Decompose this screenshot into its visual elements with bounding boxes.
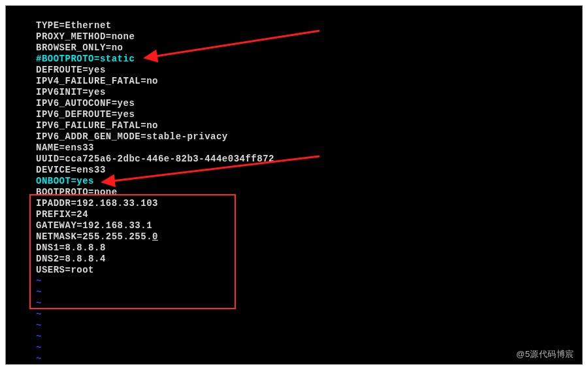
terminal-line: IPV4_FAILURE_FATAL=no bbox=[36, 76, 582, 87]
terminal-line: IPV6INIT=yes bbox=[36, 87, 582, 98]
terminal-line: GATEWAY=192.168.33.1 bbox=[36, 220, 582, 231]
terminal-line: PREFIX=24 bbox=[36, 209, 582, 220]
terminal-line: ~ bbox=[36, 320, 582, 331]
terminal-line: ~ bbox=[36, 276, 582, 287]
terminal-line: IPADDR=192.168.33.103 bbox=[36, 198, 582, 209]
terminal-line: PROXY_METHOD=none bbox=[36, 31, 582, 42]
terminal-line: IPV6_AUTOCONF=yes bbox=[36, 98, 582, 109]
terminal-line: NETMASK=255.255.255.0 bbox=[36, 231, 582, 243]
terminal-output: TYPE=EthernetPROXY_METHOD=noneBROWSER_ON… bbox=[6, 6, 582, 364]
terminal-line: UUID=cca725a6-2dbc-446e-82b3-444e034ff87… bbox=[36, 154, 582, 165]
terminal-line: ~ bbox=[36, 309, 582, 320]
terminal-line: USERS=root bbox=[36, 265, 582, 276]
terminal-line: IPV6_DEFROUTE=yes bbox=[36, 109, 582, 120]
terminal-line: BOOTPROTO=none bbox=[36, 187, 582, 198]
terminal-line: NAME=ens33 bbox=[36, 143, 582, 154]
terminal-line: TYPE=Ethernet bbox=[36, 20, 582, 31]
terminal-frame: TYPE=EthernetPROXY_METHOD=noneBROWSER_ON… bbox=[5, 5, 583, 365]
terminal-line: ~ bbox=[36, 354, 582, 365]
terminal-line: ~ bbox=[36, 343, 582, 354]
terminal-line: DEVICE=ens33 bbox=[36, 165, 582, 176]
terminal-line: BROWSER_ONLY=no bbox=[36, 42, 582, 54]
terminal-line: #BOOTPROTO=static bbox=[36, 54, 582, 65]
terminal-line: DNS1=8.8.8.8 bbox=[36, 243, 582, 254]
terminal-line: ~ bbox=[36, 298, 582, 309]
terminal-line: DNS2=8.8.8.4 bbox=[36, 254, 582, 265]
terminal-line: ~ bbox=[36, 287, 582, 298]
terminal-line: ~ bbox=[36, 331, 582, 343]
terminal-line: DEFROUTE=yes bbox=[36, 65, 582, 76]
terminal-line: IPV6_FAILURE_FATAL=no bbox=[36, 120, 582, 131]
terminal-line: IPV6_ADDR_GEN_MODE=stable-privacy bbox=[36, 131, 582, 143]
terminal-line: ONBOOT=yes bbox=[36, 176, 582, 187]
watermark-text: @5源代码博宸 bbox=[516, 348, 574, 360]
